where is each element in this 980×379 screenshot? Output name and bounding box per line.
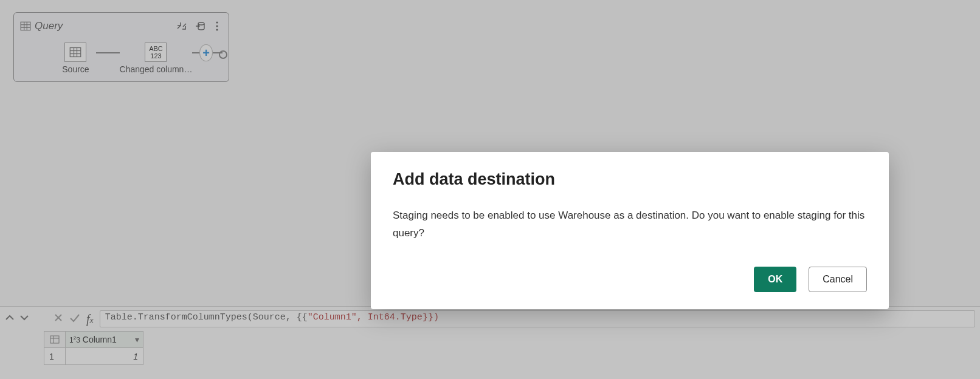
- dialog-body-text: Staging needs to be enabled to use Wareh…: [393, 207, 867, 242]
- cancel-button[interactable]: Cancel: [809, 267, 867, 292]
- ok-button[interactable]: OK: [754, 267, 796, 292]
- add-data-destination-dialog: Add data destination Staging needs to be…: [371, 152, 889, 309]
- dialog-title: Add data destination: [393, 170, 867, 189]
